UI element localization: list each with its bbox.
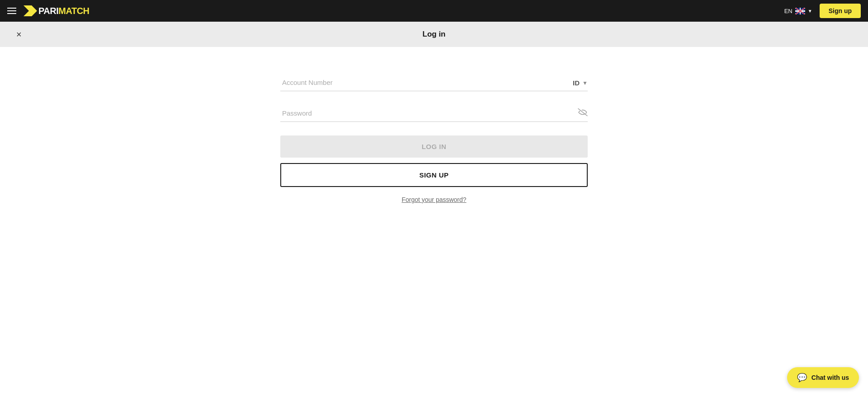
hamburger-menu-icon[interactable] [7, 8, 16, 14]
modal-header-bar: × Log in [0, 22, 868, 47]
dropdown-arrow-icon: ▼ [582, 79, 588, 86]
language-selector[interactable]: EN ▼ [781, 6, 816, 16]
logo-icon [24, 5, 37, 16]
header-right: EN ▼ Sign up [781, 4, 861, 18]
chat-bubble-icon: 💬 [797, 373, 807, 383]
logo-pari-text: PARI [38, 6, 58, 16]
account-number-input[interactable] [280, 74, 588, 91]
forgot-password-link[interactable]: Forgot your password? [280, 196, 588, 203]
chat-label: Chat with us [811, 374, 849, 381]
id-badge: ID [573, 79, 580, 87]
eye-slash-icon [578, 108, 588, 119]
close-button[interactable]: × [14, 28, 24, 41]
password-visibility-toggle[interactable] [578, 108, 588, 119]
header-signup-button[interactable]: Sign up [820, 4, 861, 18]
flag-icon [795, 8, 805, 14]
login-button[interactable]: LOG IN [280, 135, 588, 158]
header: PARI MATCH EN ▼ Sign up [0, 0, 868, 22]
logo[interactable]: PARI MATCH [24, 5, 90, 16]
chat-widget[interactable]: 💬 Chat with us [787, 367, 859, 388]
lang-code: EN [784, 8, 793, 14]
logo-match-text: MATCH [58, 6, 89, 16]
account-number-row: ID ▼ [280, 74, 588, 91]
signup-button[interactable]: SIGN UP [280, 163, 588, 187]
login-form: ID ▼ LOG IN SIGN UP Forgot your password… [280, 74, 588, 203]
password-row [280, 105, 588, 122]
password-input[interactable] [280, 105, 588, 122]
modal-title: Log in [423, 30, 446, 39]
account-type-selector[interactable]: ID ▼ [573, 79, 588, 87]
header-left: PARI MATCH [7, 5, 90, 16]
chevron-down-icon: ▼ [808, 9, 812, 14]
main-content: ID ▼ LOG IN SIGN UP Forgot your password… [0, 47, 868, 397]
svg-marker-0 [24, 5, 37, 16]
